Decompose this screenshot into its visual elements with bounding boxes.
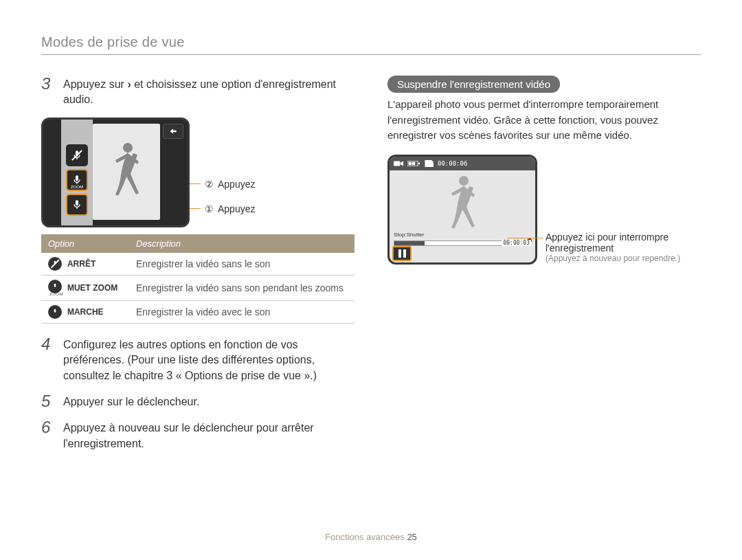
th-description: Description — [129, 234, 355, 253]
step-5: 5 Appuyer sur le déclencheur. — [41, 393, 355, 410]
pause-screenshot-wrap: 00:00:06 Stop:Shutter 00:00:03 — [387, 155, 701, 265]
pause-button[interactable] — [392, 246, 412, 261]
opt-name: ARRÊT — [67, 259, 95, 269]
step-3: 3 Appuyez sur › et choisissez une option… — [41, 76, 355, 108]
left-column: 3 Appuyez sur › et choisissez une option… — [41, 76, 355, 461]
camera-screen-1: ZOOM — [41, 117, 190, 227]
step-text: Appuyez à nouveau sur le déclencheur pou… — [63, 419, 355, 451]
step-text: Configurez les autres options en fonctio… — [63, 336, 355, 383]
callout-text: Appuyez ici pour interrompre l'enregistr… — [546, 232, 701, 254]
battery-icon — [407, 161, 420, 166]
preview-scene — [390, 170, 535, 239]
step-6: 6 Appuyez à nouveau sur le déclencheur p… — [41, 419, 355, 451]
audio-option-screenshot: ZOOM ② Appuyez ① Appuyez — [41, 117, 355, 227]
table-row: ARRÊT Enregistrer la vidéo sans le son — [41, 253, 355, 276]
page-header: Modes de prise de vue — [41, 34, 701, 55]
mic-on-icon[interactable] — [66, 194, 88, 216]
step-4: 4 Configurez les autres options en fonct… — [41, 336, 355, 383]
step-number: 4 — [41, 336, 56, 352]
callout-hint: (Appuyez à nouveau pour rependre.) — [546, 254, 701, 263]
opt-desc: Enregistrer la vidéo sans le son — [129, 253, 355, 276]
camera-screen-2: 00:00:06 Stop:Shutter 00:00:03 — [387, 155, 537, 265]
right-column: Suspendre l'enregistrement vidéo L'appar… — [387, 76, 701, 461]
mic-icon-column: ZOOM — [64, 144, 90, 216]
progress-fill — [394, 241, 425, 245]
step-text: Appuyez sur › et choisissez une option d… — [63, 76, 355, 108]
footer-page-number: 25 — [407, 532, 416, 542]
section-paragraph: L'appareil photo vous permet d'interromp… — [387, 97, 701, 144]
mic-on-icon — [48, 305, 62, 319]
callout-1-text: Appuyez — [218, 203, 255, 214]
card-icon — [424, 160, 434, 167]
th-option: Option — [41, 234, 129, 253]
svg-rect-1 — [394, 161, 400, 166]
return-icon — [168, 127, 178, 135]
opt-desc: Enregistrer la vidéo sans son pendant le… — [129, 275, 355, 300]
svg-rect-4 — [412, 161, 416, 165]
skater-icon — [106, 139, 147, 204]
svg-point-0 — [123, 143, 133, 153]
zoom-label: ZOOM — [71, 185, 83, 189]
table-row: ZOOM MUET ZOOM Enregistrer la vidéo sans… — [41, 275, 355, 300]
pause-callout: Appuyez ici pour interrompre l'enregistr… — [546, 232, 701, 265]
svg-point-6 — [459, 176, 469, 186]
elapsed-time: 00:00:03 — [502, 240, 531, 246]
step-text: Appuyer sur le déclencheur. — [63, 393, 199, 410]
opt-name: MUET ZOOM — [67, 283, 117, 293]
skater-icon — [442, 172, 483, 237]
svg-rect-3 — [409, 161, 412, 165]
preview-scene — [93, 124, 160, 220]
circled-1-icon: ① — [205, 203, 214, 214]
mic-zoom-icon[interactable]: ZOOM — [66, 169, 88, 191]
table-row: MARCHE Enregistrer la vidéo avec le son — [41, 300, 355, 323]
mic-zoom-icon — [48, 280, 62, 293]
mic-off-icon[interactable] — [66, 144, 88, 166]
circled-2-icon: ② — [205, 179, 214, 190]
opt-desc: Enregistrer la vidéo avec le son — [129, 300, 355, 323]
step3-text-a: Appuyez sur — [63, 78, 127, 90]
mic-off-icon — [48, 257, 62, 271]
video-icon — [394, 160, 403, 167]
step-number: 5 — [41, 393, 56, 410]
return-button[interactable] — [163, 124, 183, 139]
step-number: 3 — [41, 76, 56, 92]
page-footer: Fonctions avancées 25 — [0, 532, 742, 542]
callout-2: ② Appuyez — [201, 179, 255, 190]
pause-icon — [398, 249, 401, 258]
recording-total-time: 00:00:06 — [438, 160, 467, 167]
callout-1: ① Appuyez — [201, 203, 255, 214]
step-number: 6 — [41, 419, 56, 436]
camera-status-bar: 00:00:06 — [390, 157, 535, 170]
svg-rect-5 — [418, 162, 420, 164]
callout-labels: ② Appuyez ① Appuyez — [201, 131, 255, 214]
section-pill: Suspendre l'enregistrement vidéo — [387, 76, 560, 93]
stop-hint: Stop:Shutter — [394, 232, 424, 238]
callout-2-text: Appuyez — [218, 179, 255, 190]
opt-name: MARCHE — [67, 307, 104, 317]
footer-section: Fonctions avancées — [325, 532, 405, 542]
options-table: Option Description ARRÊT Enregistrer la … — [41, 234, 355, 324]
pause-icon — [403, 249, 406, 258]
